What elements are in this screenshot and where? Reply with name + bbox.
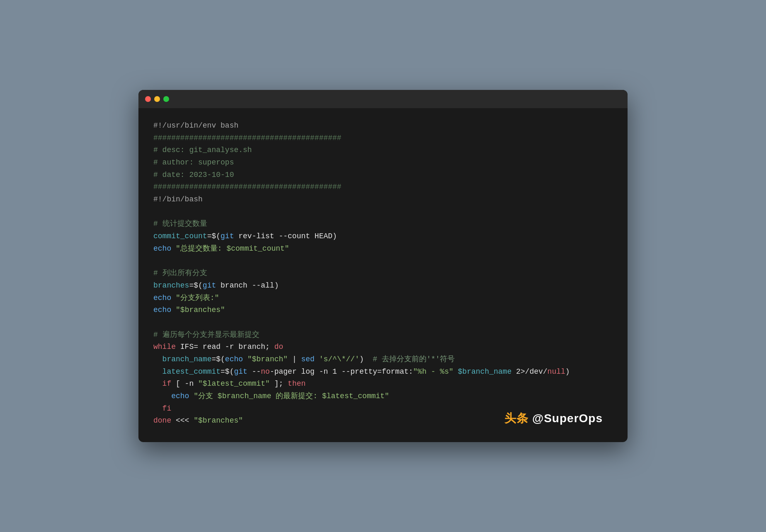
line-10: commit_count=$(git rev-list --count HEAD… [153, 230, 613, 243]
line-3: # desc: git_analyse.sh [153, 144, 613, 157]
line-1: #!/usr/bin/env bash [153, 120, 613, 132]
maximize-button[interactable] [163, 96, 169, 102]
line-17 [153, 317, 613, 329]
watermark-handle: @SuperOps [532, 412, 603, 425]
line-22: if [ -n "$latest_commit" ]; then [153, 378, 613, 390]
line-15: echo "分支列表:" [153, 292, 613, 305]
line-14: branches=$(git branch --all) [153, 280, 613, 292]
line-16: echo "$branches" [153, 304, 613, 317]
line-12 [153, 255, 613, 267]
code-editor: #!/usr/bin/env bash ####################… [138, 108, 628, 442]
minimize-button[interactable] [154, 96, 160, 102]
line-8 [153, 206, 613, 218]
line-11: echo "总提交数量: $commit_count" [153, 243, 613, 255]
line-23: echo "分支 $branch_name 的最新提交: $latest_com… [153, 390, 613, 403]
titlebar [138, 90, 628, 108]
line-19: while IFS= read -r branch; do [153, 341, 613, 353]
line-20: branch_name=$(echo "$branch" | sed 's/^\… [153, 353, 613, 366]
line-7: #!/bin/bash [153, 193, 613, 206]
line-2: ########################################… [153, 132, 613, 145]
line-4: # author: superops [153, 157, 613, 169]
line-13: # 列出所有分支 [153, 267, 613, 280]
line-21: latest_commit=$(git --no-pager log -n 1 … [153, 366, 613, 378]
line-6: ########################################… [153, 181, 613, 193]
terminal-window: #!/usr/bin/env bash ####################… [138, 90, 628, 442]
watermark: 头条 @SuperOps [504, 411, 603, 426]
close-button[interactable] [145, 96, 151, 102]
line-18: # 遍历每个分支并显示最新提交 [153, 329, 613, 341]
line-5: # date: 2023-10-10 [153, 169, 613, 181]
watermark-label: 头条 [504, 412, 532, 425]
line-9: # 统计提交数量 [153, 218, 613, 230]
